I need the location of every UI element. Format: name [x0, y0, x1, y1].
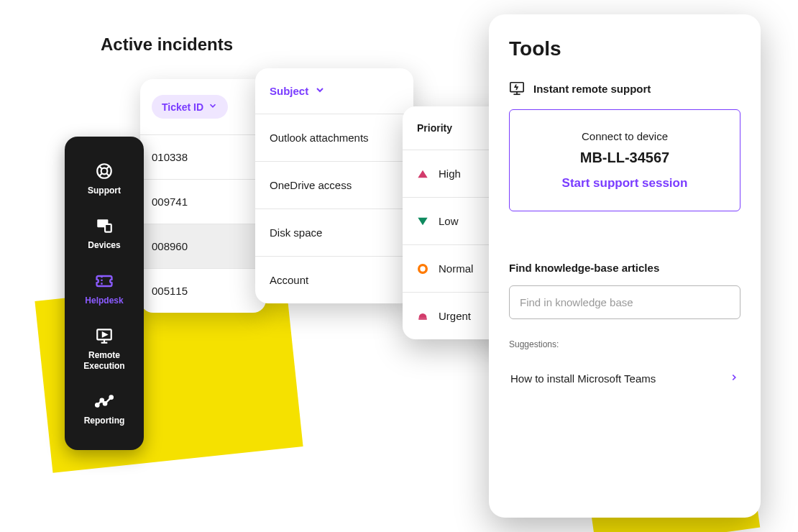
sidebar-item-label: Support [88, 185, 121, 196]
ticket-id-column: Ticket ID 010338 009741 008960 005115 [140, 79, 266, 313]
sidebar-item-label: Devices [88, 240, 120, 250]
start-support-session-button[interactable]: Start support session [524, 176, 725, 191]
table-row[interactable]: Disk space [255, 208, 413, 256]
lifebuoy-icon [94, 161, 114, 181]
ticket-id-header-label: Ticket ID [162, 101, 203, 113]
priority-normal-icon [417, 263, 428, 275]
chevron-right-icon [729, 371, 739, 386]
sidebar-item-label: Helpdesk [85, 295, 123, 306]
svg-line-5 [106, 173, 109, 176]
table-row[interactable]: OneDrive access [255, 161, 413, 208]
tools-title: Tools [509, 37, 740, 60]
sidebar-item-reporting[interactable]: Reporting [69, 381, 139, 436]
tools-panel: Tools Instant remote support Connect to … [489, 14, 761, 518]
svg-line-2 [99, 166, 102, 169]
sidebar: Support Devices Helpdesk Remote Executio… [65, 137, 144, 450]
section-title: Active incidents [101, 35, 233, 55]
device-name: MB-LL-34567 [524, 150, 725, 166]
svg-marker-18 [418, 217, 427, 225]
sidebar-item-support[interactable]: Support [69, 151, 139, 206]
svg-marker-10 [103, 333, 106, 336]
table-row[interactable]: Outlook attachments [255, 114, 413, 161]
connect-device-box: Connect to device MB-LL-34567 Start supp… [509, 109, 740, 211]
svg-point-16 [110, 395, 113, 398]
subject-header-label: Subject [270, 85, 308, 97]
priority-high-icon [417, 168, 428, 180]
svg-point-13 [96, 403, 98, 406]
ticket-id-header[interactable]: Ticket ID [140, 79, 266, 134]
monitor-bolt-icon [509, 81, 525, 96]
svg-point-15 [104, 402, 106, 405]
svg-point-1 [101, 168, 108, 175]
svg-point-14 [101, 399, 104, 402]
svg-marker-17 [418, 170, 427, 178]
priority-header-label: Priority [417, 122, 452, 134]
svg-line-4 [99, 173, 102, 176]
kb-search-input[interactable] [509, 285, 740, 319]
svg-rect-20 [418, 318, 427, 319]
chart-line-icon [94, 391, 114, 411]
sidebar-item-label: Reporting [84, 416, 125, 426]
priority-urgent-icon [417, 311, 428, 322]
table-row[interactable]: 010338 [140, 134, 266, 179]
devices-icon [94, 216, 114, 236]
sidebar-item-helpdesk[interactable]: Helpdesk [69, 261, 139, 316]
table-row[interactable]: Account [255, 256, 413, 303]
table-row[interactable]: 005115 [140, 268, 266, 313]
table-row[interactable]: 009741 [140, 179, 266, 224]
chevron-down-icon [314, 84, 326, 98]
kb-suggestions-label: Suggestions: [509, 339, 740, 349]
subject-column: Subject Outlook attachments OneDrive acc… [255, 68, 413, 303]
kb-section-label: Find knowledge-base articles [509, 262, 740, 274]
svg-rect-7 [105, 224, 111, 232]
sidebar-item-label: Remote Execution [72, 350, 137, 371]
play-monitor-icon [94, 326, 114, 346]
ticket-icon [94, 271, 114, 291]
subject-header[interactable]: Subject [255, 68, 413, 114]
svg-point-19 [419, 265, 427, 272]
table-row[interactable]: 008960 [140, 224, 266, 268]
connect-to-device-label: Connect to device [524, 130, 725, 142]
chevron-down-icon [208, 101, 218, 113]
svg-line-3 [106, 166, 109, 169]
priority-low-icon [417, 216, 428, 227]
sidebar-item-devices[interactable]: Devices [69, 206, 139, 260]
kb-suggestion-item[interactable]: How to install Microsoft Teams [509, 364, 740, 393]
remote-support-label: Instant remote support [509, 81, 740, 96]
sidebar-item-remote-execution[interactable]: Remote Execution [69, 316, 139, 381]
